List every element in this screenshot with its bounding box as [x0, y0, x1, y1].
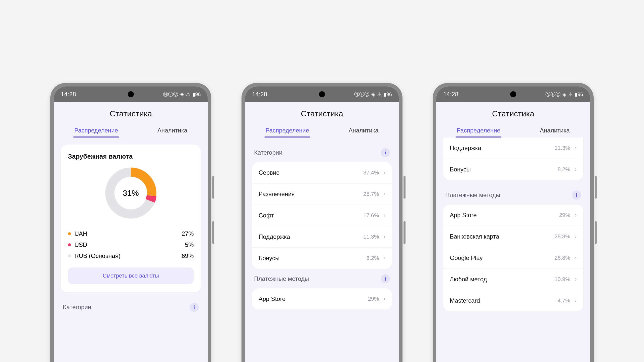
- list-item-value: 29%: [368, 296, 379, 302]
- nfc-icon: ⓃⒻⒸ: [354, 91, 369, 98]
- list-item-value: 37.4%: [363, 169, 379, 176]
- legend-dot-icon: [68, 232, 71, 235]
- phone-mockup-2: 14:28 ⓃⒻⒸ◈⚠▮96 Статистика Распределение …: [242, 83, 403, 362]
- page-title: Статистика: [54, 102, 208, 123]
- donut-chart: 31%: [68, 165, 194, 221]
- list-item-value: 8.2%: [558, 166, 570, 173]
- tab-analytics[interactable]: Аналитика: [348, 123, 380, 138]
- status-icons: ⓃⒻⒸ◈⚠▮96: [545, 91, 583, 98]
- list-item-label: Сервис: [259, 169, 279, 176]
- list-item[interactable]: Банковская карта28.8%›: [443, 226, 583, 247]
- chevron-right-icon: ›: [575, 255, 577, 261]
- status-bar: 14:28 ⓃⒻⒸ◈⚠▮96: [245, 86, 399, 102]
- phone-mockup-3: 14:28 ⓃⒻⒸ◈⚠▮96 Статистика Распределение …: [433, 83, 594, 362]
- list-item-label: Поддержка: [450, 145, 481, 152]
- payments-list: App Store29%›Банковская карта28.8%›Googl…: [443, 205, 583, 311]
- chevron-right-icon: ›: [384, 169, 385, 176]
- categories-section: Категории i Сервис37.4%›Развлечения25.7%…: [252, 145, 392, 269]
- signal-icon: ⚠: [377, 91, 382, 97]
- categories-list-tail: Поддержка11.3%›Бонусы8.2%›: [443, 138, 583, 180]
- list-item-label: Mastercard: [450, 297, 480, 304]
- content: Категории i Сервис37.4%›Развлечения25.7%…: [245, 138, 399, 319]
- list-item-value: 11.3%: [363, 234, 379, 240]
- chevron-right-icon: ›: [384, 191, 385, 197]
- signal-icon: ⚠: [568, 91, 573, 97]
- list-item[interactable]: Развлечения25.7%›: [252, 183, 392, 205]
- list-item-value: 8.2%: [367, 255, 379, 261]
- status-icons: ⓃⒻⒸ ◈ ⚠ ▮96: [163, 91, 201, 98]
- list-item-value: 28.8%: [554, 233, 570, 240]
- legend-label: USD: [74, 241, 87, 248]
- list-item[interactable]: Mastercard4.7%›: [443, 290, 583, 311]
- chevron-right-icon: ›: [384, 212, 385, 219]
- info-icon[interactable]: i: [190, 303, 199, 312]
- payments-section: Платежные методы i App Store 29%›: [252, 271, 392, 309]
- list-item[interactable]: Поддержка11.3%›: [252, 226, 392, 247]
- section-title: Категории: [254, 149, 283, 156]
- tab-distribution[interactable]: Распределение: [264, 123, 310, 138]
- tab-analytics[interactable]: Аналитика: [156, 123, 188, 138]
- list-item-label: Бонусы: [259, 255, 279, 262]
- list-item[interactable]: Любой метод10.9%›: [443, 268, 583, 290]
- legend-label: UAH: [74, 230, 87, 237]
- tab-bar: Распределение Аналитика: [54, 123, 208, 138]
- currency-legend: UAH27% USD5% RUB (Основная)69%: [68, 228, 194, 261]
- screen: 14:28 ⓃⒻⒸ◈⚠▮96 Статистика Распределение …: [245, 86, 399, 362]
- list-item[interactable]: Бонусы8.2%›: [443, 159, 583, 180]
- list-item-label: Google Play: [450, 254, 483, 261]
- donut-center-label: 31%: [103, 165, 158, 221]
- info-icon[interactable]: i: [381, 274, 390, 283]
- nfc-icon: ⓃⒻⒸ: [163, 91, 178, 98]
- wifi-icon: ◈: [371, 91, 375, 97]
- status-icons: ⓃⒻⒸ◈⚠▮96: [354, 91, 392, 98]
- list-item-value: 4.7%: [558, 297, 570, 304]
- legend-item: RUB (Основная)69%: [68, 250, 194, 261]
- status-bar: 14:28 ⓃⒻⒸ◈⚠▮96: [436, 86, 590, 102]
- list-item[interactable]: Поддержка11.3%›: [443, 138, 583, 159]
- payments-section: Платежные методы i App Store29%›Банковск…: [443, 187, 583, 311]
- signal-icon: ⚠: [186, 91, 190, 97]
- list-item[interactable]: Google Play26.8%›: [443, 247, 583, 268]
- status-time: 14:28: [443, 91, 458, 98]
- info-icon[interactable]: i: [381, 148, 390, 157]
- list-item[interactable]: App Store 29%›: [252, 288, 392, 309]
- legend-dot-icon: [68, 243, 71, 246]
- list-item-label: Развлечения: [259, 191, 295, 198]
- chevron-right-icon: ›: [575, 297, 577, 304]
- chevron-right-icon: ›: [575, 276, 577, 283]
- list-item[interactable]: Сервис37.4%›: [252, 162, 392, 183]
- tab-distribution[interactable]: Распределение: [73, 123, 119, 138]
- page-title: Статистика: [245, 102, 399, 123]
- legend-dot-icon: [68, 254, 71, 257]
- list-item-value: 29%: [559, 212, 570, 218]
- list-item-label: Бонусы: [450, 166, 471, 173]
- wifi-icon: ◈: [562, 91, 566, 97]
- list-item[interactable]: App Store29%›: [443, 205, 583, 226]
- legend-value: 5%: [185, 241, 194, 248]
- currency-card-title: Зарубежная валюта: [68, 153, 194, 160]
- view-all-currencies-button[interactable]: Смотреть все валюты: [68, 267, 194, 284]
- tab-distribution[interactable]: Распределение: [456, 123, 501, 138]
- chevron-right-icon: ›: [575, 233, 577, 240]
- legend-item: UAH27%: [68, 228, 194, 239]
- chevron-right-icon: ›: [575, 166, 577, 173]
- tab-analytics[interactable]: Аналитика: [539, 123, 571, 138]
- battery-icon: ▮96: [384, 91, 392, 97]
- chevron-right-icon: ›: [384, 255, 385, 261]
- status-bar: 14:28 ⓃⒻⒸ ◈ ⚠ ▮96: [54, 86, 208, 102]
- list-item[interactable]: Бонусы8.2%›: [252, 247, 392, 269]
- phone-mockup-1: 14:28 ⓃⒻⒸ ◈ ⚠ ▮96 Статистика Распределен…: [50, 83, 211, 362]
- tab-bar: Распределение Аналитика: [436, 123, 590, 138]
- legend-value: 27%: [182, 230, 194, 237]
- info-icon[interactable]: i: [572, 191, 581, 200]
- list-item[interactable]: Софт17.6%›: [252, 205, 392, 226]
- chevron-right-icon: ›: [575, 212, 577, 218]
- list-item-label: Софт: [259, 212, 274, 219]
- page-title: Статистика: [436, 102, 590, 123]
- chevron-right-icon: ›: [575, 145, 577, 151]
- legend-label: RUB (Основная): [74, 252, 120, 259]
- status-time: 14:28: [61, 91, 76, 98]
- list-item-value: 17.6%: [363, 212, 379, 219]
- list-item-label: App Store: [259, 295, 286, 302]
- chevron-right-icon: ›: [384, 296, 385, 302]
